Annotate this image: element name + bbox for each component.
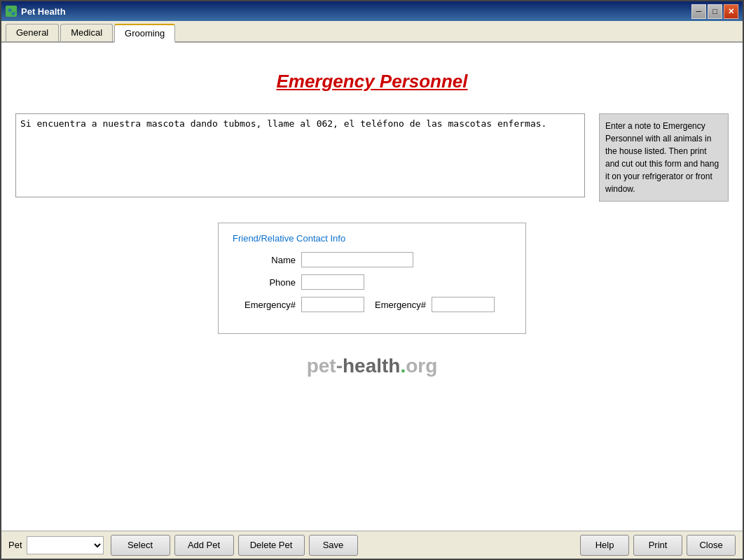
watermark: pet-health.org bbox=[15, 355, 729, 377]
phone-input[interactable] bbox=[301, 274, 364, 290]
main-note-area: Si encuentra a nuestra mascota dando tub… bbox=[15, 113, 729, 202]
contact-section: Friend/Relative Contact Info Name Phone … bbox=[15, 223, 729, 334]
right-buttons: Help Print Close bbox=[580, 535, 736, 556]
title-bar: 🐾 Pet Health ─ □ ✕ bbox=[1, 1, 743, 21]
main-window: 🐾 Pet Health ─ □ ✕ General Medical Groom… bbox=[0, 0, 744, 560]
emergency2-label: Emergency# bbox=[370, 300, 426, 310]
tab-general[interactable]: General bbox=[6, 24, 59, 41]
emergency2-input[interactable] bbox=[432, 297, 495, 312]
watermark-dash: - bbox=[336, 355, 343, 377]
add-pet-button[interactable]: Add Pet bbox=[174, 535, 234, 556]
save-button[interactable]: Save bbox=[309, 535, 358, 556]
status-bar: Pet Select Add Pet Delete Pet Save Help … bbox=[1, 531, 743, 559]
close-button[interactable]: Close bbox=[687, 535, 736, 556]
app-icon: 🐾 bbox=[6, 6, 17, 17]
page-title-area: Emergency Personnel bbox=[15, 71, 729, 92]
watermark-org: org bbox=[406, 355, 437, 377]
emergency-note-textarea[interactable]: Si encuentra a nuestra mascota dando tub… bbox=[15, 113, 585, 197]
emergency1-label: Emergency# bbox=[233, 300, 296, 310]
close-window-button[interactable]: ✕ bbox=[724, 4, 738, 19]
print-button[interactable]: Print bbox=[633, 535, 682, 556]
phone-label: Phone bbox=[233, 277, 296, 288]
name-input[interactable] bbox=[301, 252, 413, 267]
watermark-pet: pet bbox=[307, 355, 336, 377]
name-row: Name bbox=[233, 252, 511, 267]
help-button[interactable]: Help bbox=[580, 535, 629, 556]
maximize-button[interactable]: □ bbox=[708, 4, 722, 19]
pet-label: Pet bbox=[8, 540, 22, 550]
watermark-health: health bbox=[343, 355, 400, 377]
page-title: Emergency Personnel bbox=[15, 71, 729, 92]
contact-legend: Friend/Relative Contact Info bbox=[233, 233, 511, 244]
window-title: Pet Health bbox=[21, 6, 687, 17]
window-controls: ─ □ ✕ bbox=[691, 4, 738, 19]
pet-dropdown[interactable] bbox=[27, 536, 104, 554]
phone-row: Phone bbox=[233, 274, 511, 290]
emergency-row: Emergency# Emergency# bbox=[233, 297, 511, 312]
tab-grooming[interactable]: Grooming bbox=[114, 24, 175, 43]
name-label: Name bbox=[233, 255, 296, 265]
tab-medical[interactable]: Medical bbox=[60, 24, 113, 41]
help-box: Enter a note to Emergency Personnel with… bbox=[599, 113, 729, 202]
tab-bar: General Medical Grooming bbox=[1, 21, 743, 43]
bottom-buttons: Select Add Pet Delete Pet Save Help Prin… bbox=[104, 535, 736, 556]
left-buttons: Select Add Pet Delete Pet Save bbox=[111, 535, 358, 556]
minimize-button[interactable]: ─ bbox=[691, 4, 706, 19]
emergency1-input[interactable] bbox=[301, 297, 364, 312]
help-box-text: Enter a note to Emergency Personnel with… bbox=[605, 121, 719, 194]
contact-box: Friend/Relative Contact Info Name Phone … bbox=[218, 223, 526, 334]
main-content: Emergency Personnel Si encuentra a nuest… bbox=[1, 43, 743, 531]
select-button[interactable]: Select bbox=[111, 535, 170, 556]
delete-pet-button[interactable]: Delete Pet bbox=[238, 535, 305, 556]
